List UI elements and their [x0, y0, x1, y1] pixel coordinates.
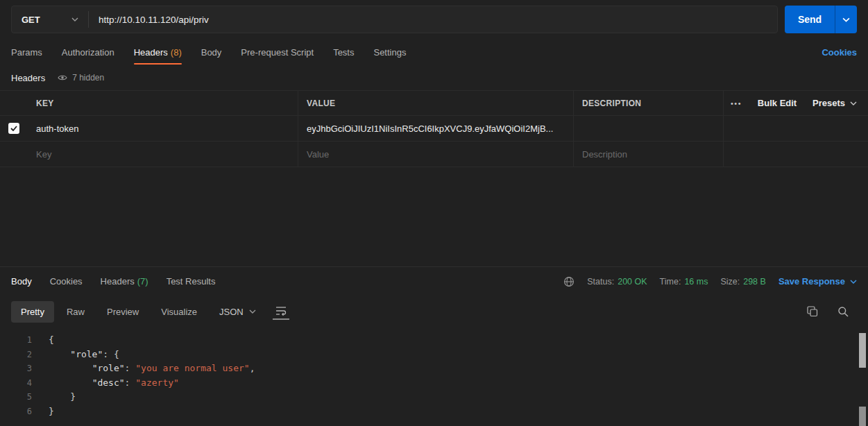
send-button[interactable]: Send — [785, 6, 835, 33]
response-tab-body[interactable]: Body — [11, 276, 32, 287]
request-tabs: Params Authorization Headers(8) Body Pre… — [11, 39, 406, 65]
request-tabs-row: Params Authorization Headers(8) Body Pre… — [0, 39, 868, 65]
cookies-link[interactable]: Cookies — [822, 39, 857, 65]
tab-params[interactable]: Params — [11, 39, 42, 65]
column-header-description: DESCRIPTION — [574, 91, 724, 115]
presets-button[interactable]: Presets — [812, 98, 857, 108]
tab-body[interactable]: Body — [201, 39, 222, 65]
url-input[interactable] — [89, 6, 777, 33]
tab-headers[interactable]: Headers(8) — [134, 39, 182, 65]
presets-label: Presets — [812, 98, 845, 108]
header-value-cell[interactable]: eyJhbGciOiJIUzI1NiIsInR5cCI6IkpXVCJ9.eyJ… — [298, 116, 574, 141]
code-text: "role": { — [49, 348, 119, 362]
column-header-value: VALUE — [298, 91, 574, 115]
tab-label: Params — [11, 47, 42, 58]
vertical-scrollbar-thumb[interactable] — [859, 333, 866, 368]
code-line: 2 "role": { — [11, 348, 854, 362]
response-tab-cookies[interactable]: Cookies — [50, 276, 83, 287]
size-label: Size: — [720, 277, 740, 287]
size-value: 298 B — [743, 277, 766, 287]
tab-label: Authorization — [62, 47, 114, 58]
code-text: } — [49, 390, 76, 404]
header-description-input[interactable]: Description — [574, 142, 724, 167]
row-actions — [724, 142, 868, 167]
response-toolbar: Pretty Raw Preview Visualize JSON — [0, 296, 868, 327]
format-select[interactable]: JSON — [219, 307, 256, 317]
table-row: auth-token eyJhbGciOiJIUzI1NiIsInR5cCI6I… — [0, 116, 868, 142]
chevron-down-icon — [842, 17, 850, 22]
row-checkbox[interactable] — [8, 123, 19, 134]
hidden-headers-toggle[interactable]: 7 hidden — [58, 73, 104, 83]
view-tab-raw[interactable]: Raw — [57, 301, 94, 323]
tab-label: Tests — [333, 47, 354, 58]
response-body-code: 1{2 "role": {3 "role": "you are normal u… — [0, 327, 868, 426]
tab-label: Test Results — [167, 276, 216, 287]
tab-label: Headers — [134, 47, 168, 58]
view-tab-preview[interactable]: Preview — [97, 301, 148, 323]
tab-authorization[interactable]: Authorization — [62, 39, 114, 65]
search-button[interactable] — [836, 305, 850, 318]
headers-section-title: Headers — [11, 73, 45, 83]
empty-space — [0, 167, 868, 266]
postman-request-view: GET Send Params Authorization Headers(8)… — [0, 0, 868, 426]
row-checkbox-cell — [0, 116, 28, 141]
time-label: Time: — [660, 277, 681, 287]
search-icon — [837, 306, 849, 317]
line-number: 5 — [11, 390, 32, 404]
code-line: 4 "desc": "azerty" — [11, 376, 854, 391]
tab-tests[interactable]: Tests — [333, 39, 354, 65]
header-description-cell[interactable] — [574, 116, 724, 141]
line-number: 2 — [11, 348, 32, 362]
tab-pre-request-script[interactable]: Pre-request Script — [241, 39, 314, 65]
method-label: GET — [22, 15, 40, 25]
status-label: Status: — [587, 277, 614, 287]
time-value: 16 ms — [684, 277, 708, 287]
chevron-down-icon — [71, 17, 78, 22]
header-key-cell[interactable]: auth-token — [28, 116, 298, 141]
line-number: 1 — [11, 333, 32, 348]
row-actions — [724, 116, 868, 141]
method-select[interactable]: GET — [12, 6, 88, 33]
save-response-button[interactable]: Save Response — [778, 276, 857, 287]
line-number: 3 — [11, 361, 32, 376]
view-tab-visualize[interactable]: Visualize — [151, 301, 207, 323]
chevron-down-icon — [249, 309, 256, 314]
copy-icon — [807, 306, 818, 317]
column-header-key: KEY — [28, 91, 298, 115]
request-bar: GET Send — [0, 0, 868, 39]
code-lines: 1{2 "role": {3 "role": "you are normal u… — [11, 333, 854, 418]
table-row-empty: Key Value Description — [0, 142, 868, 167]
send-options-button[interactable] — [835, 6, 857, 33]
view-tab-pretty[interactable]: Pretty — [11, 301, 54, 323]
copy-button[interactable] — [806, 305, 819, 318]
response-pane: Body Cookies Headers(7) Test Results Sta… — [0, 266, 868, 426]
response-meta: Status: 200 OK Time: 16 ms Size: 298 B S… — [563, 276, 857, 287]
line-number: 4 — [11, 376, 32, 391]
code-line: 1{ — [11, 333, 854, 348]
tab-label: Headers — [101, 276, 135, 287]
code-text: } — [49, 404, 54, 419]
url-container: GET — [11, 6, 778, 33]
response-tab-test-results[interactable]: Test Results — [167, 276, 216, 287]
format-label: JSON — [219, 307, 244, 317]
text-wrap-icon — [275, 306, 287, 316]
wrap-lines-button[interactable] — [273, 303, 289, 320]
tab-label: Cookies — [50, 276, 83, 287]
chevron-down-icon — [850, 280, 857, 284]
header-value-input[interactable]: Value — [298, 142, 574, 167]
tab-label: Body — [201, 47, 222, 58]
bulk-edit-button[interactable]: Bulk Edit — [758, 98, 797, 108]
header-key-input[interactable]: Key — [28, 142, 298, 167]
more-options-icon[interactable]: ••• — [731, 99, 742, 108]
response-tab-headers[interactable]: Headers(7) — [101, 276, 148, 287]
response-size: Size: 298 B — [720, 277, 765, 287]
response-header: Body Cookies Headers(7) Test Results Sta… — [0, 267, 868, 296]
code-line: 3 "role": "you are normal user", — [11, 361, 854, 376]
tab-settings[interactable]: Settings — [373, 39, 406, 65]
tab-count: (7) — [137, 276, 148, 287]
eye-icon — [58, 74, 67, 81]
code-text: { — [49, 333, 54, 348]
response-status: Status: 200 OK — [587, 277, 647, 287]
code-text: "role": "you are normal user", — [49, 361, 255, 376]
tab-label: Body — [11, 276, 32, 287]
